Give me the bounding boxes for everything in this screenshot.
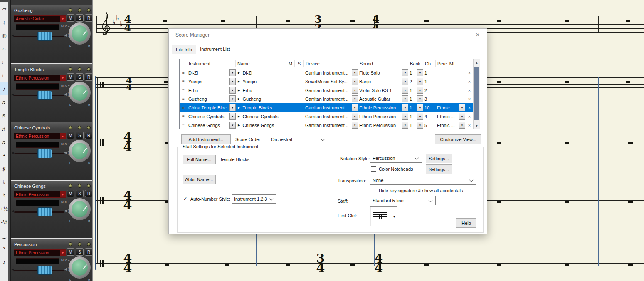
pan-knob[interactable] (69, 82, 91, 104)
volume-slider[interactable] (37, 32, 52, 41)
drag-handle-icon[interactable]: ≡ (180, 121, 187, 129)
tool-eraser[interactable]: ▱ (0, 2, 8, 15)
help-button[interactable]: Help (456, 218, 476, 228)
Yueqin[interactable]: ≡ Yueqin ▼ ▶ Yueqin SmartMusic SoftSy...… (180, 77, 480, 86)
remove-row-button[interactable]: × (465, 112, 474, 121)
volume-slider[interactable] (37, 266, 52, 275)
solo-button[interactable]: S (76, 248, 84, 256)
tool-sixty-fourth-note[interactable]: ♬ (0, 122, 8, 135)
expander-icon[interactable]: ▶ (238, 106, 240, 109)
solo-button[interactable]: S (76, 132, 84, 139)
expander-icon[interactable]: ▶ (238, 71, 240, 75)
record-button[interactable]: R (85, 14, 93, 22)
tool-thirty-second-note[interactable]: ♬ (0, 109, 8, 122)
sound-dropdown-button[interactable]: ▼ (402, 95, 408, 102)
Guzheng[interactable]: ≡ Guzheng ▼ ▶ Guzheng Garritan Instrumen… (180, 94, 480, 103)
channel-sound-dropdown[interactable]: Ethnic Percussion ▼ (14, 133, 66, 139)
mute-button[interactable]: M (67, 248, 74, 256)
Chinese Gongs[interactable]: ≡ Chinese Gongs ▼ ▶ Chinese Gongs Garrit… (180, 121, 480, 129)
perc-midi-dropdown-button[interactable]: ▼ (459, 122, 465, 129)
drag-handle-icon[interactable]: ≡ (180, 112, 187, 121)
remove-row-button[interactable]: × (465, 94, 474, 103)
device-dropdown-button[interactable]: ▼ (352, 113, 358, 120)
bank-dropdown-button[interactable]: ▼ (417, 104, 423, 111)
sound-dropdown-button[interactable]: ▼ (402, 122, 408, 129)
instrument-dropdown-button[interactable]: ▼ (229, 87, 236, 94)
device-dropdown-button[interactable]: ▼ (352, 122, 358, 129)
tool-grace-note[interactable]: ♪ (0, 255, 8, 269)
bank-dropdown-button[interactable]: ▼ (417, 69, 423, 76)
col-device[interactable]: Device (304, 60, 358, 67)
expander-icon[interactable]: ▶ (238, 97, 240, 101)
remove-row-button[interactable]: × (465, 68, 474, 77)
tool-tie[interactable]: ‿ (0, 229, 8, 242)
clef-dropdown-arrow-icon[interactable]: ▼ (392, 215, 396, 219)
record-button[interactable]: R (85, 73, 93, 81)
tool-hundred-twenty-eighth-note[interactable]: ♬ (0, 135, 8, 149)
staff-combobox[interactable]: Standard 5-line (370, 196, 436, 205)
mute-cell[interactable] (286, 121, 295, 129)
Di-Zi[interactable]: ≡ Di-Zi ▼ ▶ Di-Zi Garritan Instrument...… (180, 68, 480, 77)
sound-dropdown-button[interactable]: ▼ (402, 78, 408, 85)
tool-half-flat[interactable]: -½ (0, 215, 8, 229)
tool-tuplet[interactable]: ³ (0, 242, 8, 255)
mute-button[interactable]: M (67, 132, 74, 139)
score-order-combobox[interactable]: Orchestral (269, 135, 328, 144)
transposition-combobox[interactable]: None (370, 176, 476, 185)
channel-sound-dropdown[interactable]: Acoustic Guitar ▼ (14, 15, 66, 22)
channel-sound-dropdown[interactable]: Ethnic Percussion ▼ (14, 75, 66, 81)
Chinese Cymbals[interactable]: ≡ Chinese Cymbals ▼ ▶ Chinese Cymbals Ga… (180, 112, 480, 121)
auto-number-combobox[interactable]: Instrument 1,2,3 (232, 194, 276, 204)
bank-dropdown-button[interactable]: ▼ (417, 87, 423, 94)
mute-cell[interactable] (286, 112, 295, 121)
noteheads-settings-button[interactable]: Settings... (426, 164, 452, 174)
customize-view-button[interactable]: Customize View... (435, 134, 481, 144)
mute-cell[interactable] (286, 103, 295, 112)
solo-cell[interactable] (295, 77, 304, 86)
solo-button[interactable]: S (76, 14, 84, 22)
Temple Blocks[interactable]: ≡ China Temple Bloc... ▼ ▶ Temple Blocks… (180, 103, 480, 112)
tool-half-sharp[interactable]: +½ (0, 202, 8, 215)
mute-cell[interactable] (286, 68, 295, 77)
solo-cell[interactable] (295, 112, 304, 121)
device-dropdown-button[interactable]: ▼ (352, 78, 358, 85)
col-bank[interactable]: Bank (408, 60, 423, 67)
remove-row-button[interactable]: × (465, 103, 474, 112)
record-button[interactable]: R (85, 190, 93, 197)
pan-knob[interactable] (69, 256, 91, 279)
channel-sound-dropdown[interactable]: Ethnic Percussion ▼ (14, 249, 66, 256)
tool-caret[interactable]: ↕ (0, 15, 8, 29)
bank-dropdown-button[interactable]: ▼ (417, 78, 423, 85)
perc-midi-dropdown-button[interactable]: ▼ (459, 113, 465, 120)
device-dropdown-button[interactable]: ▼ (352, 69, 358, 76)
close-icon[interactable]: × (473, 30, 483, 40)
bank-dropdown-button[interactable]: ▼ (417, 113, 423, 120)
drag-handle-icon[interactable]: ≡ (180, 103, 187, 112)
expander-icon[interactable]: ▶ (238, 124, 240, 127)
col-solo[interactable]: S (295, 60, 304, 67)
drag-handle-icon[interactable]: ≡ (180, 68, 187, 77)
pan-knob[interactable] (69, 22, 91, 45)
mute-cell[interactable] (286, 94, 295, 103)
sound-dropdown-button[interactable]: ▼ (402, 69, 408, 76)
instrument-dropdown-button[interactable]: ▼ (229, 113, 236, 120)
tool-augmentation-dot[interactable]: • (0, 149, 8, 162)
expander-icon[interactable]: ▶ (238, 115, 240, 118)
tool-double-whole-note[interactable]: ◎ (0, 29, 8, 42)
pan-knob[interactable] (69, 140, 91, 162)
mute-button[interactable]: M (67, 14, 74, 22)
full-name-button[interactable]: Full Name... (183, 155, 216, 164)
channel-sound-dropdown[interactable]: Ethnic Percussion ▼ (14, 191, 66, 198)
instrument-dropdown-button[interactable]: ▼ (229, 78, 236, 85)
tool-quarter-note[interactable]: ♩ (0, 69, 8, 82)
drag-handle-icon[interactable]: ≡ (180, 86, 187, 94)
solo-cell[interactable] (295, 121, 304, 129)
solo-button[interactable]: S (76, 73, 84, 81)
pan-knob[interactable] (69, 198, 91, 220)
tool-whole-note[interactable]: ○ (0, 42, 8, 55)
perc-midi-dropdown-button[interactable]: ▼ (459, 104, 465, 111)
color-noteheads-checkbox[interactable]: ✓ (371, 166, 376, 172)
col-instrument[interactable]: Instrument (187, 60, 236, 67)
tool-sharp[interactable]: ♯ (0, 162, 8, 175)
device-dropdown-button[interactable]: ▼ (352, 87, 358, 94)
